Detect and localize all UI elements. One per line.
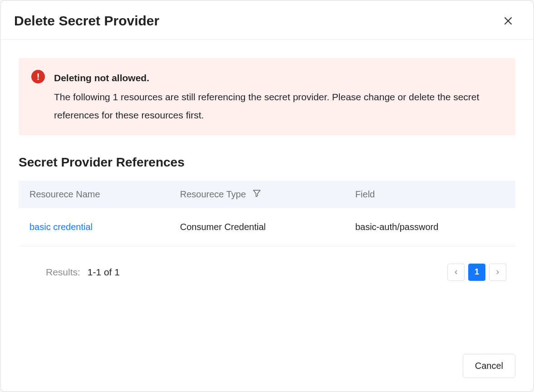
modal-title: Delete Secret Provider xyxy=(14,13,159,29)
pagination-row: Results: 1-1 of 1 1 xyxy=(19,246,515,281)
prev-page-button[interactable] xyxy=(447,264,465,281)
references-table: Resourece Name Resourece Type xyxy=(19,181,515,246)
modal-footer: Cancel xyxy=(0,345,534,392)
alert-heading: Deleting not allowed. xyxy=(54,69,503,87)
results-value: 1-1 of 1 xyxy=(88,267,120,277)
modal-body: ! Deleting not allowed. The following 1 … xyxy=(0,40,534,345)
column-header-field-label: Field xyxy=(355,189,375,199)
section-title: Secret Provider References xyxy=(19,155,515,170)
column-header-name: Resourece Name xyxy=(19,181,169,208)
chevron-right-icon xyxy=(495,269,501,275)
alert-exclamation-icon: ! xyxy=(31,70,45,83)
alert-message: The following 1 resources are still refe… xyxy=(54,92,479,120)
error-alert: ! Deleting not allowed. The following 1 … xyxy=(19,58,515,135)
alert-body: Deleting not allowed. The following 1 re… xyxy=(54,69,503,124)
results-label: Results: xyxy=(46,267,80,277)
filter-icon[interactable] xyxy=(252,189,261,200)
column-header-field: Field xyxy=(344,181,515,208)
close-icon xyxy=(503,15,514,26)
page-1-button[interactable]: 1 xyxy=(468,264,485,281)
modal-header: Delete Secret Provider xyxy=(0,0,534,40)
results-text: Results: 1-1 of 1 xyxy=(19,267,120,278)
close-button[interactable] xyxy=(501,14,515,28)
column-header-type: Resourece Type xyxy=(169,181,344,208)
resource-field-cell: basic-auth/password xyxy=(344,208,515,246)
cancel-button[interactable]: Cancel xyxy=(463,354,515,378)
chevron-left-icon xyxy=(453,269,459,275)
next-page-button[interactable] xyxy=(489,264,506,281)
column-header-name-label: Resourece Name xyxy=(29,189,100,199)
pagination-controls: 1 xyxy=(447,264,515,281)
table-row: basic credential Consumer Credential bas… xyxy=(19,208,515,246)
resource-type-cell: Consumer Credential xyxy=(169,208,344,246)
resource-name-link[interactable]: basic credential xyxy=(29,222,93,232)
delete-secret-provider-modal: Delete Secret Provider ! Deleting not al… xyxy=(0,0,534,392)
column-header-type-label: Resourece Type xyxy=(180,189,246,200)
